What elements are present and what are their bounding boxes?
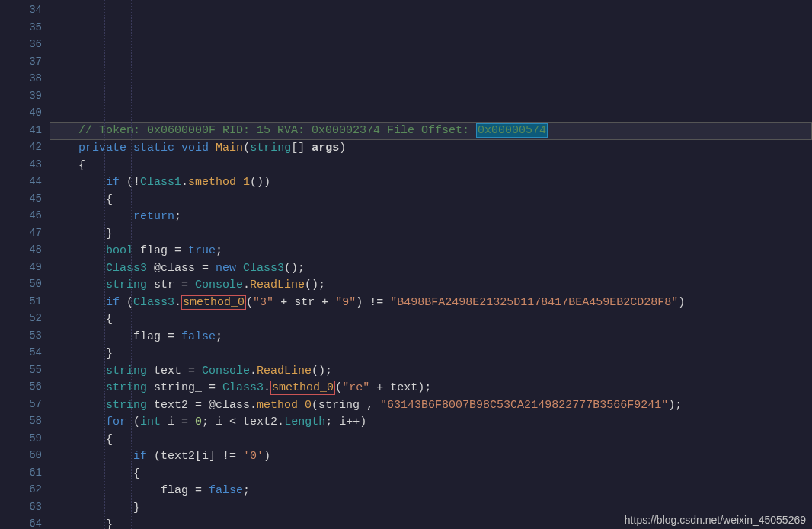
code-token: . xyxy=(174,296,181,309)
code-editor[interactable]: 3435363738394041424344454647484950515253… xyxy=(0,0,812,529)
code-token: "63143B6F8007B98C53CA2149822777B3566F924… xyxy=(380,399,668,412)
code-token: (); xyxy=(312,365,332,378)
code-token: ; i < text2. xyxy=(202,416,284,429)
code-line[interactable]: Class3 @class = new Class3(); xyxy=(51,260,812,278)
line-number: 46 xyxy=(0,207,42,225)
code-token: ; xyxy=(216,330,222,343)
code-line[interactable]: { xyxy=(51,311,812,329)
line-number: 59 xyxy=(0,430,42,448)
code-token: Class3 xyxy=(133,296,174,309)
line-number: 51 xyxy=(0,293,42,311)
line-number: 38 xyxy=(0,70,42,88)
code-line[interactable]: flag = false; xyxy=(51,329,812,346)
line-number: 52 xyxy=(0,310,42,327)
code-line[interactable]: } xyxy=(51,226,812,244)
code-token: string xyxy=(250,142,291,155)
code-token: ( xyxy=(246,296,253,309)
line-number: 64 xyxy=(0,515,42,529)
code-line[interactable]: string text = Console.ReadLine(); xyxy=(51,363,812,381)
code-token: ReadLine xyxy=(257,365,312,378)
line-number: 37 xyxy=(0,53,42,71)
code-token: Class3 xyxy=(243,262,284,275)
code-token: for xyxy=(106,416,126,429)
code-line[interactable]: string text2 = @class.method_0(string_, … xyxy=(51,397,812,415)
code-token: ) xyxy=(678,296,685,309)
line-number: 45 xyxy=(0,190,42,208)
code-token: if xyxy=(133,450,147,463)
code-area[interactable]: // Token: 0x0600000F RID: 15 RVA: 0x0000… xyxy=(51,0,812,529)
code-line[interactable] xyxy=(51,104,812,122)
code-token: ) xyxy=(339,142,346,155)
code-line[interactable]: { xyxy=(51,192,812,209)
code-token: } xyxy=(106,228,113,241)
code-token: Class3 xyxy=(106,262,147,275)
code-line[interactable]: { xyxy=(51,432,812,449)
code-token: ( xyxy=(243,142,250,155)
code-token: { xyxy=(106,313,113,326)
code-line[interactable]: { xyxy=(51,158,812,175)
line-number: 57 xyxy=(0,396,42,413)
code-token: ; xyxy=(216,244,222,257)
code-token xyxy=(174,142,181,155)
code-token: + text); xyxy=(369,381,431,394)
code-token xyxy=(236,262,243,275)
code-line[interactable]: string str = Console.ReadLine(); xyxy=(51,277,812,295)
code-token: flag = xyxy=(133,244,188,257)
code-token: bool xyxy=(106,244,133,257)
code-line[interactable]: for (int i = 0; i < text2.Length; i++) xyxy=(51,414,812,432)
line-number: 36 xyxy=(0,36,42,53)
code-token: 0 xyxy=(195,416,202,429)
line-number: 40 xyxy=(0,104,42,122)
code-token: } xyxy=(133,502,140,515)
code-token: void xyxy=(181,142,209,155)
line-number: 42 xyxy=(0,139,42,156)
code-token: "9" xyxy=(335,296,356,309)
code-line[interactable]: if (!Class1.smethod_1()) xyxy=(51,174,812,192)
code-line[interactable]: // Token: 0x0600000F RID: 15 RVA: 0x0000… xyxy=(50,122,812,141)
code-token: (text2[i] != xyxy=(147,450,243,463)
code-token: ); xyxy=(668,399,682,412)
line-number: 55 xyxy=(0,362,42,379)
line-number: 54 xyxy=(0,344,42,362)
code-token: Class3 xyxy=(222,381,264,394)
indent-guide xyxy=(78,0,79,529)
code-token: "B498BFA2498E21325D1178417BEA459EB2CD28F… xyxy=(390,296,678,309)
code-line[interactable]: return; xyxy=(51,209,812,226)
code-line[interactable]: if (text2[i] != '0') xyxy=(51,448,812,466)
code-token: new xyxy=(216,262,236,275)
code-token xyxy=(209,142,216,155)
code-line[interactable]: { xyxy=(51,466,812,483)
line-number: 61 xyxy=(0,464,42,482)
code-line[interactable]: private static void Main(string[] args) xyxy=(51,140,812,158)
code-line[interactable]: if (Class3.smethod_0("3" + str + "9") !=… xyxy=(51,295,812,312)
code-token: ( xyxy=(126,416,140,429)
code-token: { xyxy=(78,159,85,172)
code-line[interactable]: bool flag = true; xyxy=(51,243,812,260)
code-token: false xyxy=(181,330,216,343)
code-token: { xyxy=(106,193,113,206)
code-token: . xyxy=(181,176,188,189)
code-token: string xyxy=(106,399,147,412)
code-line[interactable]: string string_ = Class3.smethod_0("re" +… xyxy=(51,380,812,397)
code-line[interactable]: } xyxy=(51,346,812,363)
code-token: ; xyxy=(243,484,250,497)
line-number: 44 xyxy=(0,173,42,190)
code-token: { xyxy=(133,467,140,480)
code-token: "3" xyxy=(253,296,273,309)
indent-guide xyxy=(131,0,133,529)
code-token: if xyxy=(106,296,120,309)
code-token: + str + xyxy=(273,296,335,309)
code-token: smethod_0 xyxy=(270,381,335,395)
code-token: 0x00000574 xyxy=(476,123,548,138)
code-token: (); xyxy=(284,262,305,275)
code-token: ) xyxy=(264,450,270,463)
code-token: ReadLine xyxy=(250,279,305,292)
code-token: smethod_1 xyxy=(188,176,250,189)
code-token: method_0 xyxy=(257,399,312,412)
code-token: ; xyxy=(174,210,181,223)
line-number: 53 xyxy=(0,327,42,345)
indent-guide xyxy=(104,0,106,529)
code-line[interactable]: flag = false; xyxy=(51,483,812,500)
code-token: text = xyxy=(147,365,202,378)
code-token: (string_, xyxy=(312,399,380,412)
